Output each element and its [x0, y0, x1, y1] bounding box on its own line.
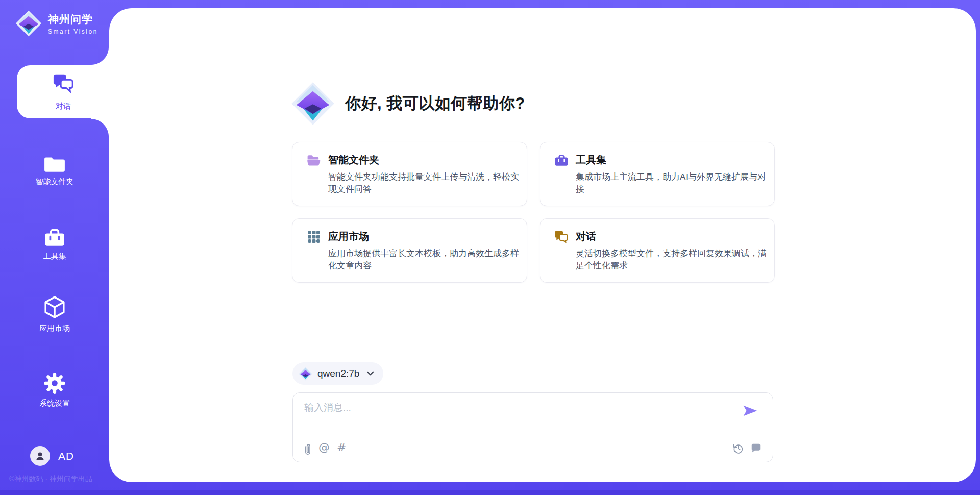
- sidebar-item-market[interactable]: 应用市场: [0, 295, 109, 333]
- grid-icon: [307, 230, 321, 243]
- sidebar-item-folders[interactable]: 智能文件夹: [0, 149, 109, 187]
- sidebar-item-chat[interactable]: 对话: [17, 65, 110, 118]
- card-app-market[interactable]: 应用市场 应用市场提供丰富长文本模板，助力高效生成多样化文章内容: [292, 218, 527, 283]
- sidebar-item-label: 对话: [56, 102, 71, 111]
- paperclip-icon[interactable]: [302, 442, 313, 456]
- sidebar-item-settings[interactable]: 系统设置: [0, 370, 109, 408]
- tab-curve-top: [91, 47, 110, 66]
- card-chat[interactable]: 对话 灵活切换多模型文件，支持多样回复效果调试，满足个性化需求: [540, 218, 775, 283]
- mention-icon[interactable]: @: [318, 441, 330, 454]
- copyright-text: ©神州数码 · 神州问学出品: [9, 475, 92, 484]
- folder-open-icon: [307, 154, 321, 167]
- send-icon[interactable]: [742, 404, 758, 417]
- model-name: qwen2:7b: [317, 368, 359, 379]
- card-toolset[interactable]: 工具集 集成市场上主流工具，助力AI与外界无缝扩展与对接: [540, 142, 775, 206]
- sidebar-item-label: 智能文件夹: [0, 177, 109, 187]
- tab-curve-bottom: [91, 118, 110, 137]
- user-initials: AD: [58, 450, 74, 462]
- folder-icon: [43, 155, 66, 172]
- briefcase-icon: [44, 229, 65, 247]
- message-input[interactable]: [303, 400, 729, 432]
- greeting-title: 你好, 我可以如何帮助你?: [345, 93, 525, 114]
- brand-name: 神州问学: [48, 12, 98, 27]
- hash-icon[interactable]: #: [337, 441, 346, 454]
- card-title: 对话: [576, 230, 596, 243]
- sidebar-user[interactable]: AD: [30, 446, 74, 466]
- composer-divider: [298, 436, 768, 436]
- sidebar-item-label: 工具集: [0, 252, 109, 261]
- message-composer: @ #: [292, 392, 773, 462]
- card-description: 灵活切换多模型文件，支持多样回复效果调试，满足个性化需求: [576, 247, 767, 272]
- chat-bubbles-icon: [554, 230, 569, 243]
- feature-cards: 智能文件夹 智能文件夹功能支持批量文件上传与清洗，轻松实现文件问答 工具集 集成…: [292, 142, 775, 283]
- model-selector[interactable]: qwen2:7b: [292, 362, 383, 385]
- main-panel: 你好, 我可以如何帮助你? 智能文件夹 智能文件夹功能支持批量文件上传与清洗，轻…: [109, 8, 976, 482]
- cube-icon: [43, 295, 66, 319]
- person-icon: [35, 451, 45, 461]
- card-description: 智能文件夹功能支持批量文件上传与清洗，轻松实现文件问答: [328, 171, 519, 195]
- quick-phrase-icon[interactable]: [750, 442, 762, 454]
- gear-icon: [44, 373, 65, 394]
- card-title: 应用市场: [328, 230, 369, 243]
- card-description: 集成市场上主流工具，助力AI与外界无缝扩展与对接: [576, 171, 767, 195]
- sidebar-item-tools[interactable]: 工具集: [0, 224, 109, 261]
- sidebar-item-label: 系统设置: [0, 399, 109, 408]
- assistant-logo-icon: [291, 82, 335, 126]
- history-icon[interactable]: [732, 442, 744, 454]
- card-description: 应用市场提供丰富长文本模板，助力高效生成多样化文章内容: [328, 247, 519, 272]
- greeting: 你好, 我可以如何帮助你?: [291, 82, 525, 126]
- model-logo-icon: [299, 367, 312, 381]
- brand-logo: 神州问学 Smart Vision: [15, 10, 98, 37]
- user-avatar[interactable]: [30, 446, 50, 466]
- chevron-down-icon: [366, 371, 374, 376]
- card-title: 智能文件夹: [328, 153, 379, 167]
- sidebar-item-label: 应用市场: [0, 324, 109, 333]
- chat-bubbles-icon: [53, 73, 74, 93]
- brand-logo-icon: [15, 10, 42, 37]
- briefcase-icon: [554, 154, 569, 167]
- card-title: 工具集: [576, 153, 606, 167]
- bottom-strip: [0, 490, 980, 495]
- card-smart-folder[interactable]: 智能文件夹 智能文件夹功能支持批量文件上传与清洗，轻松实现文件问答: [292, 142, 527, 206]
- brand-subtitle: Smart Vision: [48, 28, 98, 35]
